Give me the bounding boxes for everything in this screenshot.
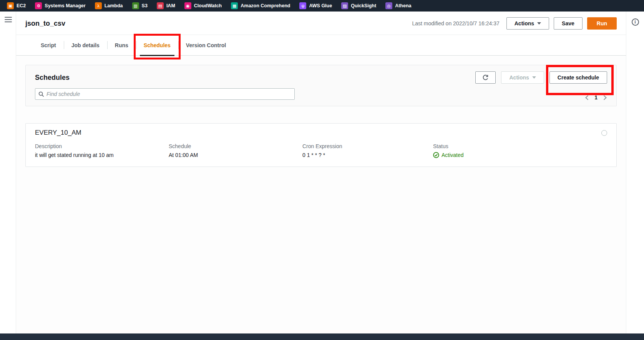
search-box <box>35 88 295 100</box>
save-button-label: Save <box>562 20 574 26</box>
systems-manager-icon: ⚙ <box>35 2 42 9</box>
comprehend-icon: ▦ <box>231 2 238 9</box>
search-icon <box>38 91 44 97</box>
service-label: IAM <box>166 3 175 8</box>
pagination: 1 <box>585 94 607 101</box>
create-schedule-button[interactable]: Create schedule <box>549 71 607 84</box>
topbar-service-iam[interactable]: ▤ IAM <box>152 0 180 12</box>
tab-runs[interactable]: Runs <box>107 35 136 55</box>
service-label: S3 <box>142 3 148 8</box>
last-modified-text: Last modified on 2022/10/7 16:24:37 <box>412 20 499 26</box>
quicksight-icon: ▨ <box>341 2 348 9</box>
schedules-panel-actions: Actions Create schedule <box>475 71 607 84</box>
field-cron-expression: Cron Expression 0 1 * * ? * <box>302 143 433 158</box>
tab-label: Runs <box>115 42 128 48</box>
check-circle-icon <box>433 152 439 158</box>
field-value: it will get stated running at 10 am <box>35 152 169 158</box>
create-schedule-label: Create schedule <box>558 74 599 81</box>
main-column: json_to_csv Last modified on 2022/10/7 1… <box>16 12 626 333</box>
topbar-service-athena[interactable]: ◎ Athena <box>381 0 416 12</box>
tab-schedules[interactable]: Schedules <box>136 35 178 55</box>
schedules-panel: Schedules Actions <box>25 65 617 106</box>
hamburger-menu-icon[interactable] <box>5 17 12 22</box>
service-label: AWS Glue <box>309 3 332 8</box>
topbar-service-lambda[interactable]: λ Lambda <box>90 0 128 12</box>
schedule-name: EVERY_10_AM <box>35 129 81 137</box>
tab-label: Schedules <box>144 42 171 48</box>
field-value: At 01:00 AM <box>169 152 302 158</box>
header-actions: Last modified on 2022/10/7 16:24:37 Acti… <box>412 17 617 30</box>
service-label: Amazon Comprehend <box>241 3 290 8</box>
actions-button-label: Actions <box>515 20 534 26</box>
athena-icon: ◎ <box>385 2 392 9</box>
lambda-icon: λ <box>95 2 102 9</box>
info-icon[interactable]: i <box>632 18 639 26</box>
topbar-service-comprehend[interactable]: ▦ Amazon Comprehend <box>226 0 295 12</box>
tab-script[interactable]: Script <box>33 35 64 55</box>
schedule-fields: Description it will get stated running a… <box>35 143 607 158</box>
field-description: Description it will get stated running a… <box>35 143 169 158</box>
topbar-service-systems-manager[interactable]: ⚙ Systems Manager <box>30 0 90 12</box>
field-label: Description <box>35 143 169 149</box>
ec2-icon: ▣ <box>7 2 14 9</box>
service-label: Systems Manager <box>45 3 85 8</box>
field-label: Cron Expression <box>302 143 433 149</box>
run-button-label: Run <box>597 20 607 26</box>
s3-icon: ▥ <box>132 2 139 9</box>
schedules-actions-label: Actions <box>509 74 529 81</box>
field-label: Status <box>433 143 607 149</box>
search-input[interactable] <box>46 91 291 97</box>
bottom-bar <box>0 333 644 340</box>
schedules-actions-dropdown-button[interactable]: Actions <box>501 71 544 84</box>
field-label: Schedule <box>169 143 302 149</box>
field-schedule: Schedule At 01:00 AM <box>169 143 302 158</box>
schedules-panel-title: Schedules <box>35 74 70 82</box>
topbar-service-glue[interactable]: ψ AWS Glue <box>295 0 337 12</box>
run-button[interactable]: Run <box>587 17 617 30</box>
previous-page-icon[interactable] <box>585 95 589 101</box>
refresh-icon <box>482 74 489 81</box>
service-label: Lambda <box>105 3 123 8</box>
left-navigation-rail <box>0 12 16 333</box>
tab-job-details[interactable]: Job details <box>64 35 107 55</box>
refresh-button[interactable] <box>475 71 496 84</box>
tab-label: Version Control <box>186 42 226 48</box>
service-label: Athena <box>395 3 411 8</box>
status-text: Activated <box>442 152 464 158</box>
topbar-service-cloudwatch[interactable]: ◉ CloudWatch <box>180 0 226 12</box>
field-status: Status Activated <box>433 143 607 158</box>
app-shell: json_to_csv Last modified on 2022/10/7 1… <box>0 12 644 333</box>
right-tools-rail: i <box>626 12 644 333</box>
topbar-service-quicksight[interactable]: ▨ QuickSight <box>337 0 381 12</box>
topbar-service-ec2[interactable]: ▣ EC2 <box>2 0 30 12</box>
service-label: CloudWatch <box>194 3 222 8</box>
status-badge: Activated <box>433 152 607 158</box>
chevron-down-icon <box>532 76 536 79</box>
favorites-bar: ▣ EC2 ⚙ Systems Manager λ Lambda ▥ S3 ▤ … <box>0 0 644 12</box>
tab-label: Job details <box>71 42 100 48</box>
field-value: 0 1 * * ? * <box>302 152 433 158</box>
job-tabs: Script Job details Runs Schedules Versio… <box>16 35 626 56</box>
content-area: Schedules Actions <box>16 56 626 333</box>
tab-version-control[interactable]: Version Control <box>178 35 234 55</box>
page-title: json_to_csv <box>25 20 65 28</box>
next-page-icon[interactable] <box>603 95 607 101</box>
cloudwatch-icon: ◉ <box>184 2 191 9</box>
chevron-down-icon <box>537 22 541 25</box>
topbar-service-s3[interactable]: ▥ S3 <box>128 0 152 12</box>
page-number[interactable]: 1 <box>594 94 598 101</box>
iam-icon: ▤ <box>157 2 164 9</box>
service-label: QuickSight <box>351 3 376 8</box>
service-label: EC2 <box>17 3 26 8</box>
tab-label: Script <box>41 42 56 48</box>
schedule-card: EVERY_10_AM Description it will get stat… <box>25 123 617 167</box>
glue-icon: ψ <box>299 2 306 9</box>
page-header: json_to_csv Last modified on 2022/10/7 1… <box>16 12 626 35</box>
actions-dropdown-button[interactable]: Actions <box>506 17 549 30</box>
save-button[interactable]: Save <box>554 17 583 30</box>
schedule-radio-button[interactable] <box>601 130 607 136</box>
